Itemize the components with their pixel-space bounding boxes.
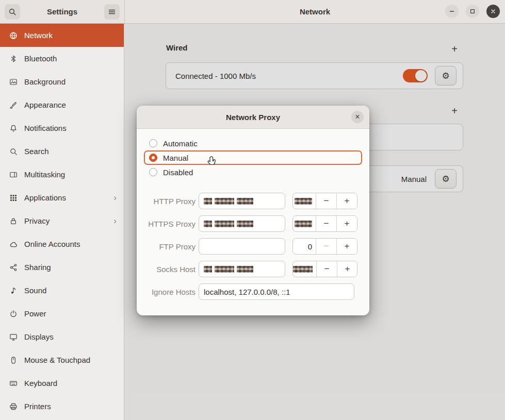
radio-row-manual[interactable]: Manual <box>144 150 362 165</box>
chevron-right-icon: › <box>113 216 117 225</box>
port-value: 0 <box>293 239 316 254</box>
port-value <box>293 216 316 231</box>
main-headerbar: Network <box>125 0 505 23</box>
sidebar-item-privacy[interactable]: Privacy › <box>0 209 124 232</box>
radio-label: Automatic <box>163 139 198 148</box>
sidebar-item-sharing[interactable]: Sharing <box>0 256 124 279</box>
decrement-button[interactable]: − <box>316 261 337 277</box>
http-port-spinbutton[interactable]: − + <box>292 193 357 209</box>
increment-button[interactable]: + <box>337 261 357 277</box>
sidebar-headerbar: Settings <box>0 0 125 23</box>
sidebar-item-mouse-touchpad[interactable]: Mouse & Touchpad <box>0 348 124 372</box>
sidebar-item-appearance[interactable]: Appearance <box>0 93 124 116</box>
headerbar: Settings Network <box>0 0 505 24</box>
field-label: Ignore Hosts <box>144 288 196 296</box>
ftp-port-spinbutton[interactable]: 0 − + <box>292 238 357 255</box>
search-icon <box>9 147 18 156</box>
https-proxy-input[interactable] <box>199 215 285 232</box>
redacted-text <box>204 266 212 273</box>
bluetooth-icon <box>9 55 18 63</box>
sidebar-item-network[interactable]: Network <box>0 24 124 47</box>
ignore-hosts-row: Ignore Hosts localhost, 127.0.0.0/8, ::1 <box>144 283 362 300</box>
dialog-title: Network Proxy <box>226 113 280 122</box>
decrement-button: − <box>316 239 336 254</box>
https-port-spinbutton[interactable]: − + <box>292 215 357 232</box>
socks-host-input[interactable] <box>199 261 285 277</box>
redacted-text <box>237 198 253 205</box>
decrement-button[interactable]: − <box>316 216 336 231</box>
maximize-button[interactable] <box>466 5 479 18</box>
sharing-nodes-icon <box>9 263 18 272</box>
sidebar-item-label: Search <box>24 147 49 156</box>
chevron-right-icon: › <box>113 193 117 202</box>
cloud-icon <box>9 240 18 248</box>
port-value <box>293 261 316 277</box>
sidebar-item-label: Displays <box>24 332 54 341</box>
close-icon: × <box>355 113 360 121</box>
sidebar-item-online-accounts[interactable]: Online Accounts <box>0 232 124 256</box>
radio-unchecked-icon <box>149 168 157 176</box>
dialog-close-button[interactable]: × <box>351 111 364 123</box>
sidebar-item-bluetooth[interactable]: Bluetooth <box>0 47 124 70</box>
applications-grid-icon <box>9 194 18 202</box>
ftp-proxy-input[interactable] <box>199 238 285 255</box>
increment-button[interactable]: + <box>336 239 357 254</box>
hamburger-menu-icon <box>108 8 116 16</box>
redacted-text <box>204 198 212 205</box>
sidebar-item-label: Bluetooth <box>24 54 57 63</box>
sidebar-item-label: Privacy <box>24 216 50 225</box>
ignore-hosts-input[interactable]: localhost, 127.0.0.0/8, ::1 <box>199 283 354 300</box>
sidebar-item-displays[interactable]: Displays <box>0 325 124 348</box>
maximize-icon <box>469 8 476 15</box>
field-label: HTTP Proxy <box>144 197 196 206</box>
redacted-text <box>293 266 313 273</box>
redacted-text <box>215 266 234 273</box>
search-icon <box>8 8 17 16</box>
primary-menu-button[interactable] <box>104 4 120 20</box>
close-button[interactable] <box>486 5 500 18</box>
sidebar-item-label: Network <box>24 31 53 40</box>
sidebar-item-sound[interactable]: Sound <box>0 279 124 302</box>
power-icon <box>9 310 18 318</box>
increment-button[interactable]: + <box>336 193 357 209</box>
socks-host-row: Socks Host − + <box>144 261 362 277</box>
minimize-button[interactable] <box>445 5 459 18</box>
field-label: FTP Proxy <box>144 242 196 251</box>
sidebar-item-label: Sound <box>24 286 46 295</box>
sidebar-item-keyboard[interactable]: Keyboard <box>0 372 124 395</box>
sidebar-item-power[interactable]: Power <box>0 302 124 325</box>
input-value: localhost, 127.0.0.0/8, ::1 <box>204 288 290 296</box>
sidebar-item-label: Online Accounts <box>24 240 80 248</box>
radio-checked-icon <box>149 154 157 162</box>
sidebar-item-background[interactable]: Background <box>0 70 124 93</box>
privacy-lock-icon <box>9 217 18 225</box>
radio-label: Disabled <box>163 168 193 177</box>
sidebar-item-printers[interactable]: Printers <box>0 395 124 418</box>
redacted-text <box>204 221 212 227</box>
radio-unchecked-icon <box>149 139 157 147</box>
sidebar-item-search[interactable]: Search <box>0 140 124 163</box>
port-value <box>293 193 316 209</box>
sidebar-item-applications[interactable]: Applications › <box>0 186 124 209</box>
network-proxy-dialog: Network Proxy × Automatic Manual Disable… <box>137 106 369 315</box>
sidebar-item-label: Background <box>24 77 66 86</box>
radio-row-disabled[interactable]: Disabled <box>144 165 362 179</box>
search-button[interactable] <box>5 4 20 20</box>
increment-button[interactable]: + <box>336 216 357 231</box>
redacted-text <box>295 221 312 227</box>
proxy-mode-options: Automatic Manual Disabled <box>137 129 369 179</box>
minimize-icon <box>448 8 455 15</box>
page-title: Network <box>300 7 330 16</box>
close-icon <box>490 8 497 15</box>
ftp-proxy-row: FTP Proxy 0 − + <box>144 238 362 255</box>
decrement-button[interactable]: − <box>316 193 336 209</box>
settings-window-title: Settings <box>47 7 77 16</box>
sidebar-item-label: Applications <box>24 193 66 202</box>
socks-port-spinbutton[interactable]: − + <box>292 261 357 277</box>
sidebar-item-multitasking[interactable]: Multitasking <box>0 163 124 186</box>
sidebar-item-label: Mouse & Touchpad <box>24 356 90 364</box>
sidebar-item-notifications[interactable]: Notifications <box>0 116 124 140</box>
redacted-text <box>237 266 253 273</box>
radio-row-automatic[interactable]: Automatic <box>144 136 362 150</box>
http-proxy-input[interactable] <box>199 193 285 209</box>
